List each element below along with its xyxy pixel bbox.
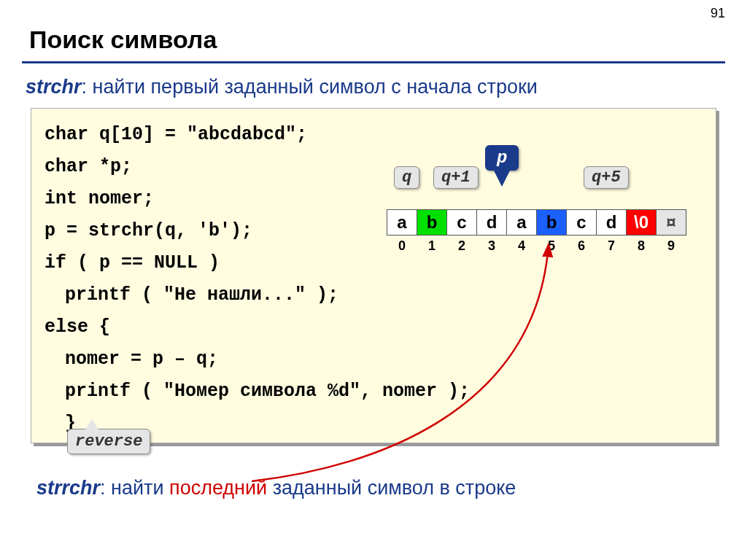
array-cell: c bbox=[446, 209, 477, 236]
array-cell-match-last: b bbox=[536, 209, 567, 236]
reverse-callout: reverse bbox=[67, 429, 150, 454]
code-line: char q[10] = "abcdabcd"; bbox=[44, 119, 703, 151]
strchr-description: strchr: найти первый заданный символ c н… bbox=[26, 76, 538, 98]
strrchr-desc-pre: : найти bbox=[100, 477, 169, 499]
array-index: 7 bbox=[596, 238, 627, 254]
array-index: 0 bbox=[387, 238, 417, 254]
array-cell: d bbox=[476, 209, 507, 236]
strchr-desc-text: : найти первый заданный символ c начала … bbox=[82, 76, 538, 98]
page-number: 91 bbox=[711, 6, 725, 21]
pointer-label-q-plus-5: q+5 bbox=[584, 166, 629, 189]
code-block: char q[10] = "abcdabcd"; char *p; int no… bbox=[31, 108, 716, 443]
array-cell: c bbox=[566, 209, 597, 236]
slide-title: Поиск символа bbox=[29, 26, 217, 54]
strchr-fn-name: strchr bbox=[26, 76, 82, 98]
char-array: a b c d a b c d \0 ¤ bbox=[387, 209, 686, 236]
array-index: 3 bbox=[476, 238, 507, 254]
array-index: 8 bbox=[626, 238, 657, 254]
title-underline bbox=[22, 61, 725, 63]
array-cell-null: \0 bbox=[626, 209, 657, 236]
pointer-label-p: p bbox=[485, 145, 519, 171]
code-line: else { bbox=[44, 311, 703, 343]
array-index: 4 bbox=[506, 238, 537, 254]
strrchr-fn-name: strrchr bbox=[36, 477, 100, 499]
code-line: nomer = p – q; bbox=[44, 343, 703, 376]
code-line: printf ( "Не нашли..." ); bbox=[44, 279, 703, 311]
array-cell: d bbox=[596, 209, 627, 236]
strrchr-desc-post: заданный символ в строке bbox=[267, 477, 516, 499]
array-index: 9 bbox=[656, 238, 686, 254]
array-index: 5 bbox=[536, 238, 567, 254]
array-cell: a bbox=[387, 209, 417, 236]
strrchr-description: strrchr: найти последний заданный символ… bbox=[36, 477, 516, 499]
array-cell: a bbox=[506, 209, 537, 236]
array-cell-match-first: b bbox=[417, 209, 447, 236]
strrchr-desc-red: последний bbox=[169, 477, 267, 499]
array-index: 1 bbox=[417, 238, 447, 254]
code-line: printf ( "Номер символа %d", nomer ); bbox=[44, 376, 703, 408]
pointer-label-q: q bbox=[394, 166, 419, 189]
array-index: 6 bbox=[566, 238, 597, 254]
index-row: 0 1 2 3 4 5 6 7 8 9 bbox=[387, 238, 686, 254]
array-index: 2 bbox=[446, 238, 477, 254]
pointer-label-q-plus-1: q+1 bbox=[433, 166, 479, 189]
array-cell-garbage: ¤ bbox=[656, 209, 686, 236]
